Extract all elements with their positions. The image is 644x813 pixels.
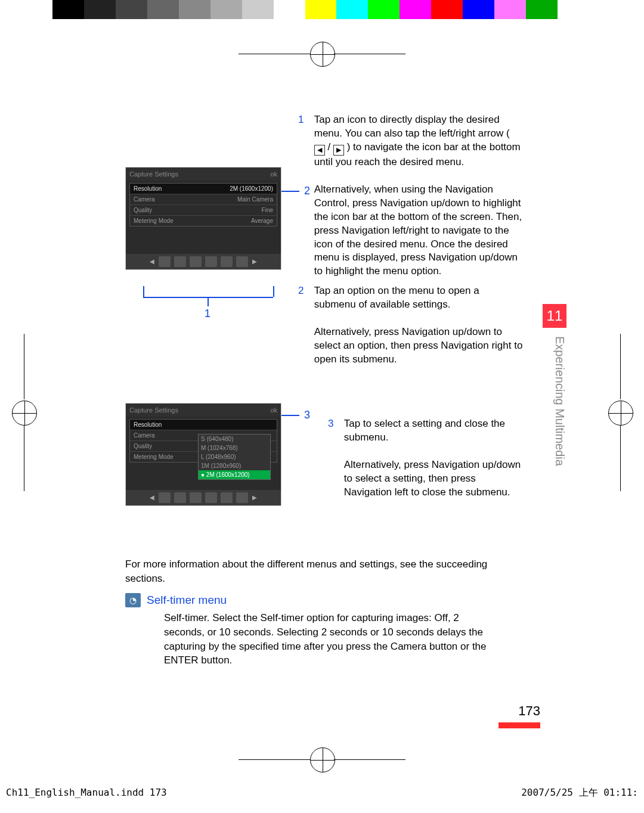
instruction-list: 1 Tap an icon to directly display the de… — [298, 113, 525, 373]
left-arrow-box-icon: ◀ — [314, 145, 325, 156]
step-text: Tap to select a setting and close the su… — [344, 417, 523, 499]
resolution-dropdown: S (640x480)M (1024x768)L (2048x960)1M (1… — [198, 434, 271, 480]
toolbar-icon — [221, 256, 233, 267]
callout-3: 3 — [304, 409, 310, 421]
settings-row: CameraMain Camera — [130, 194, 277, 205]
settings-row: Resolution2M (1600x1200) — [130, 184, 277, 194]
section-body: Self-timer. Select the Self-timer option… — [164, 611, 498, 668]
crop-line — [620, 426, 621, 491]
camera-settings-screenshot-2: Capture Settings ok S (640x480)M (1024x7… — [125, 403, 281, 506]
chapter-tab: 11 Experiencing Multimedia — [543, 304, 566, 469]
instruction-list-2: 3 Tap to select a setting and close the … — [328, 417, 525, 505]
step-text: Tap an icon to directly display the desi… — [314, 113, 523, 278]
dropdown-item: 1M (1280x960) — [199, 461, 270, 470]
callout-line — [208, 297, 209, 306]
settings-row: Metering ModeAverage — [130, 216, 277, 226]
step-number: 2 — [298, 284, 311, 298]
footer-right: 2007/5/25 上午 01:11: — [521, 787, 638, 799]
chapter-number: 11 — [543, 304, 566, 328]
self-timer-icon: ◔ — [125, 593, 141, 607]
callout-line — [281, 415, 299, 416]
toolbar-icon — [205, 256, 217, 267]
right-arrow-icon: ▶ — [252, 492, 258, 503]
crop-line — [24, 334, 24, 399]
page-number-accent — [499, 722, 540, 728]
registration-mark-icon — [310, 42, 335, 67]
toolbar-icon — [190, 256, 202, 267]
ok-label: ok — [270, 404, 277, 417]
toolbar-icon — [221, 492, 233, 503]
callout-line — [281, 191, 299, 192]
step-text: Tap an option on the menu to open a subm… — [314, 284, 523, 367]
crop-line — [239, 759, 310, 760]
print-color-bar — [52, 0, 589, 19]
callout-line — [273, 286, 274, 297]
crop-line — [334, 54, 405, 54]
toolbar-icon — [236, 256, 248, 267]
body-paragraph: For more information about the different… — [125, 557, 501, 586]
toolbar-icon — [159, 492, 171, 503]
toolbar-icon — [174, 256, 186, 267]
section-title: Self-timer menu — [147, 594, 227, 607]
step-number: 1 — [298, 113, 311, 127]
dropdown-item: M (1024x768) — [199, 443, 270, 452]
toolbar-icon — [159, 256, 171, 267]
right-arrow-box-icon: ▶ — [333, 145, 344, 156]
crop-line — [24, 426, 24, 491]
footer-left: Ch11_English_Manual.indd 173 — [6, 787, 167, 799]
page-number: 173 — [518, 703, 540, 719]
window-title: Capture Settings — [129, 404, 178, 417]
left-arrow-icon: ◀ — [149, 492, 155, 503]
dropdown-item: ● 2M (1600x1200) — [199, 470, 270, 479]
toolbar-icon — [205, 492, 217, 503]
settings-row: QualityFine — [130, 205, 277, 216]
right-arrow-icon: ▶ — [252, 256, 258, 267]
settings-row: Resolution — [130, 420, 277, 430]
toolbar-icon — [190, 492, 202, 503]
dropdown-item: S (640x480) — [199, 435, 270, 443]
step-number: 3 — [328, 417, 341, 431]
left-arrow-icon: ◀ — [149, 256, 155, 267]
crop-line — [239, 54, 310, 54]
toolbar-icon — [174, 492, 186, 503]
toolbar-icon — [236, 492, 248, 503]
ok-label: ok — [270, 167, 277, 181]
registration-mark-icon — [310, 747, 335, 772]
section-heading: ◔ Self-timer menu — [125, 593, 227, 607]
callout-line — [143, 286, 144, 297]
callout-1: 1 — [205, 308, 210, 320]
crop-line — [334, 759, 405, 760]
dropdown-item: L (2048x960) — [199, 452, 270, 461]
print-footer: Ch11_English_Manual.indd 173 2007/5/25 上… — [0, 787, 644, 799]
registration-mark-icon — [608, 401, 633, 426]
registration-mark-icon — [12, 401, 37, 426]
window-title: Capture Settings — [129, 167, 178, 181]
chapter-title: Experiencing Multimedia — [543, 328, 566, 466]
crop-line — [620, 334, 621, 399]
camera-settings-screenshot-1: Capture Settings ok Resolution2M (1600x1… — [125, 167, 281, 270]
